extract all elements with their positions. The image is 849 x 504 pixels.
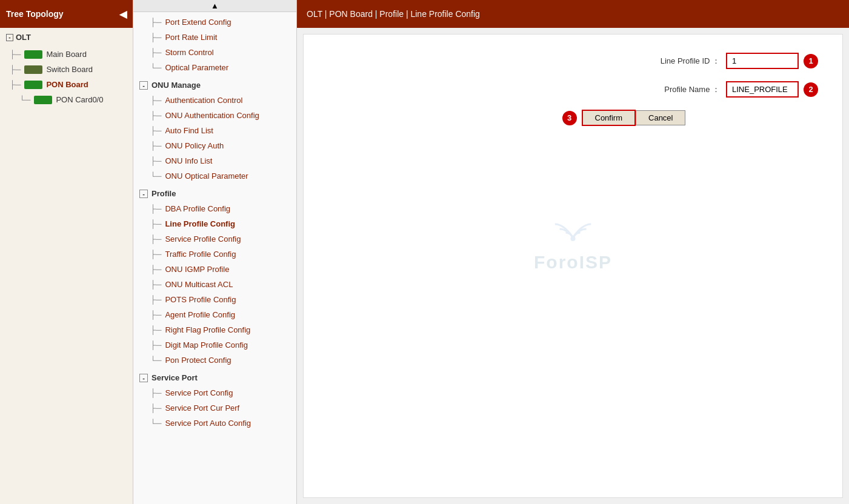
olt-label: OLT [16,33,31,42]
nav-dash15: ├─ [150,265,161,274]
nav-item-onu-auth-config[interactable]: ├─ ONU Authentication Config [133,108,296,123]
nav-dash24: └─ [150,419,161,428]
nav-dash5: ├─ [150,96,161,105]
nav-item-optical-parameter[interactable]: └─ Optical Parameter [133,60,296,75]
nav-item-port-rate-limit[interactable]: ├─ Port Rate Limit [133,30,296,45]
collapse-arrow-icon[interactable]: ◀ [119,8,127,20]
step1-badge: 1 [804,54,818,68]
nav-dash23: ├─ [150,403,161,413]
profile-name-label: Profile Name ： [664,84,720,95]
nav-item-service-profile-config[interactable]: ├─ Service Profile Config [133,231,296,247]
nav-item-line-profile-config[interactable]: ├─ Line Profile Config [133,216,296,231]
nav-item-auth-control[interactable]: ├─ Authentication Control [133,93,296,108]
profile-section-collapse-icon: - [139,190,148,198]
nav-panel: ▲ ├─ Port Extend Config ├─ Port Rate Lim… [133,0,297,504]
pon-card-node[interactable]: └─ PON Card0/0 [0,93,133,106]
line-profile-id-label: Line Profile ID ： [661,56,720,67]
nav-item-onu-igmp-profile[interactable]: ├─ ONU IGMP Profile [133,262,296,277]
nav-item-onu-multicast-acl[interactable]: ├─ ONU Multicast ACL [133,277,296,292]
profile-name-input[interactable] [726,81,799,98]
nav-dash20: ├─ [150,340,161,350]
pon-board-node[interactable]: ├─ PON Board [0,78,133,91]
nav-dash9: ├─ [150,156,161,165]
nav-item-service-port-config[interactable]: ├─ Service Port Config [133,385,296,400]
profile-name-row: Profile Name ： 2 [328,81,818,98]
nav-item-agent-profile-config[interactable]: ├─ Agent Profile Config [133,307,296,322]
profile-header[interactable]: - Profile [133,186,296,201]
nav-dash6: ├─ [150,111,161,120]
sidebar-header: Tree Topology ◀ [0,0,133,28]
service-port-header[interactable]: - Service Port [133,370,296,385]
tree-connector: ├─ [10,50,21,59]
pon-board-icon [24,81,42,89]
cancel-button[interactable]: Cancel [636,110,685,125]
tree-olt: - OLT [0,28,133,47]
nav-item-pon-protect-config[interactable]: └─ Pon Protect Config [133,353,296,368]
sidebar-title: Tree Topology [6,9,64,19]
step3-badge: 3 [562,111,577,125]
onu-section-collapse-icon: - [139,81,148,90]
nav-item-port-extend-config[interactable]: ├─ Port Extend Config [133,15,296,30]
switch-board-node[interactable]: ├─ Switch Board [0,63,133,76]
nav-dash3: ├─ [150,48,161,57]
nav-dash11: ├─ [150,204,161,213]
nav-item-digit-map-profile-config[interactable]: ├─ Digit Map Profile Config [133,337,296,353]
tree-connector2: ├─ [10,65,21,74]
pon-card-icon [34,96,52,104]
nav-dash7: ├─ [150,126,161,135]
nav-dash13: ├─ [150,234,161,244]
nav-item-service-port-cur-perf[interactable]: ├─ Service Port Cur Perf [133,400,296,416]
nav-dash14: ├─ [150,250,161,259]
nav-item-service-port-auto-config[interactable]: └─ Service Port Auto Config [133,416,296,431]
content-area: OLT | PON Board | Profile | Line Profile… [297,0,849,504]
nav-section-service-port: - Service Port ├─ Service Port Config ├─… [133,370,296,431]
wifi-watermark-icon [534,213,612,250]
step2-badge: 2 [804,82,818,97]
form-buttons-row: 3 Confirm Cancel [425,110,818,126]
nav-item-auto-find-list[interactable]: ├─ Auto Find List [133,123,296,138]
onu-manage-header[interactable]: - ONU Manage [133,78,296,93]
nav-dash17: ├─ [150,295,161,304]
nav-section-onu: - ONU Manage ├─ Authentication Control ├… [133,78,296,184]
watermark: ForoISP [534,213,612,273]
switch-board-icon [24,65,42,74]
nav-dash18: ├─ [150,310,161,319]
nav-dash8: ├─ [150,141,161,150]
breadcrumb: OLT | PON Board | Profile | Line Profile… [297,0,849,28]
nav-dash4: └─ [150,63,161,72]
nav-item-traffic-profile-config[interactable]: ├─ Traffic Profile Config [133,247,296,262]
watermark-text: ForoISP [534,252,612,272]
tree-connector3: ├─ [10,80,21,89]
nav-dash21: └─ [150,356,161,365]
line-profile-id-row: Line Profile ID ： 1 [328,53,818,69]
board-icon [24,50,42,59]
switch-board-label: Switch Board [46,65,93,74]
tree-pon-card: └─ PON Card0/0 [0,92,133,107]
nav-dash10: └─ [150,171,161,181]
nav-dash2: ├─ [150,33,161,42]
nav-item-right-flag-profile-config[interactable]: ├─ Right Flag Profile Config [133,322,296,337]
tree-switch-board: ├─ Switch Board [0,62,133,77]
tree-main-board: ├─ Main Board [0,47,133,62]
nav-item-dba-profile-config[interactable]: ├─ DBA Profile Config [133,201,296,216]
nav-dash: ├─ [150,18,161,27]
main-board-label: Main Board [46,50,86,59]
nav-item-onu-info-list[interactable]: ├─ ONU Info List [133,153,296,168]
pon-board-label: PON Board [46,80,88,89]
minus-icon: - [6,34,13,41]
line-profile-id-input[interactable] [726,53,799,69]
main-board-node[interactable]: ├─ Main Board [0,48,133,61]
confirm-button[interactable]: Confirm [582,110,636,126]
nav-item-onu-policy-auth[interactable]: ├─ ONU Policy Auth [133,138,296,153]
nav-section-profile: - Profile ├─ DBA Profile Config ├─ Line … [133,186,296,368]
svg-point-0 [570,236,575,241]
nav-item-onu-optical-param[interactable]: └─ ONU Optical Parameter [133,168,296,184]
scroll-up-indicator[interactable]: ▲ [133,0,296,12]
nav-item-storm-control[interactable]: ├─ Storm Control [133,45,296,60]
nav-item-pots-profile-config[interactable]: ├─ POTS Profile Config [133,292,296,307]
service-port-collapse-icon: - [139,374,148,382]
nav-dash12: ├─ [150,219,161,228]
form-area: Line Profile ID ： 1 Profile Name ： 2 3 C… [304,35,842,156]
sidebar: Tree Topology ◀ - OLT ├─ Main Board ├─ S… [0,0,133,504]
olt-node[interactable]: - OLT [0,29,133,45]
